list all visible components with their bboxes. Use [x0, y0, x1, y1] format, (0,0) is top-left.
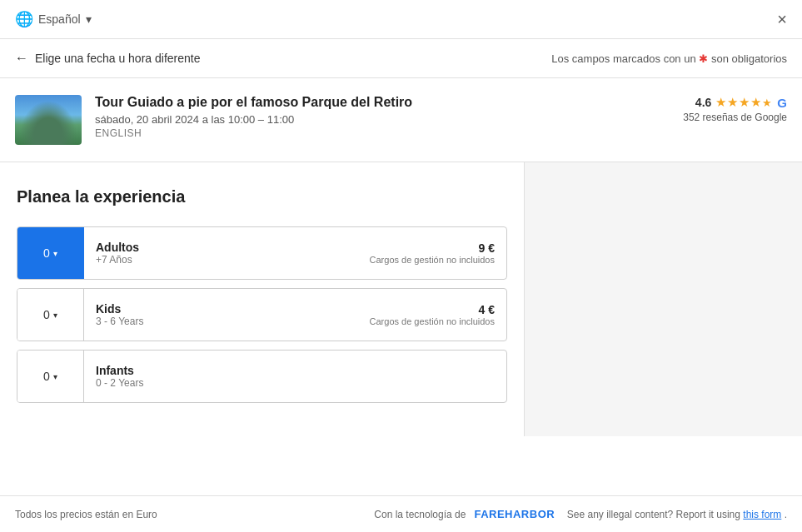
- infants-quantity-select[interactable]: 0 ▾: [17, 351, 84, 402]
- adults-quantity-value: 0: [43, 246, 50, 260]
- powered-prefix: Con la tecnología de FAREHARBOR: [374, 508, 555, 520]
- adults-name: Adultos: [96, 241, 358, 254]
- review-count: 352 reseñas de Google: [683, 112, 787, 123]
- kids-price-block: 4 € Cargos de gestión no incluidos: [370, 303, 506, 326]
- close-button[interactable]: ×: [777, 11, 787, 27]
- language-label: Español: [38, 12, 81, 26]
- adults-quantity-select[interactable]: 0 ▾: [17, 227, 84, 279]
- tour-info: Tour Guiado a pie por el famoso Parque d…: [0, 78, 802, 162]
- google-logo: G: [777, 96, 787, 110]
- tour-image: [15, 95, 82, 145]
- tour-language: ENGLISH: [95, 127, 412, 139]
- right-panel: [525, 162, 802, 436]
- infants-info: Infants 0 - 2 Years: [84, 355, 506, 397]
- report-text: See any illegal content? Report it using…: [567, 509, 787, 520]
- report-link[interactable]: this form: [743, 509, 781, 520]
- kids-info: Kids 3 - 6 Years: [84, 294, 370, 336]
- language-caret: ▾: [86, 12, 92, 26]
- main-content: Planea la experiencia 0 ▾ Adultos +7 Año…: [0, 162, 802, 436]
- infants-age: 0 - 2 Years: [96, 377, 495, 389]
- footer-left-text: Todos los precios están en Euro: [15, 509, 157, 520]
- kids-quantity-value: 0: [43, 308, 50, 321]
- tour-details: Tour Guiado a pie por el famoso Parque d…: [95, 95, 412, 139]
- stars-icon: ★★★★★: [715, 95, 773, 110]
- rating-row: 4.6 ★★★★★ G: [683, 95, 787, 110]
- globe-icon: 🌐: [15, 10, 33, 28]
- adults-price-block: 9 € Cargos de gestión no incluidos: [370, 241, 506, 265]
- ticket-row: 0 ▾ Kids 3 - 6 Years 4 € Cargos de gesti…: [17, 288, 507, 341]
- required-asterisk: ✱: [699, 52, 711, 65]
- infants-quantity-value: 0: [43, 370, 50, 383]
- rating-number: 4.6: [695, 96, 711, 109]
- tour-datetime: sábado, 20 abril 2024 a las 10:00 – 11:0…: [95, 113, 412, 126]
- back-text: Elige una fecha u hora diferente: [35, 52, 200, 65]
- fareharbor-brand: FAREHARBOR: [474, 508, 555, 520]
- adults-info: Adultos +7 Años: [84, 232, 370, 274]
- section-title: Planea la experiencia: [17, 187, 507, 206]
- back-arrow-icon: ←: [15, 51, 28, 66]
- tour-title: Tour Guiado a pie por el famoso Parque d…: [95, 95, 412, 110]
- footer-right: Con la tecnología de FAREHARBOR See any …: [374, 508, 787, 520]
- language-selector[interactable]: 🌐 Español ▾: [15, 10, 92, 28]
- top-bar: 🌐 Español ▾ ×: [0, 0, 802, 39]
- infants-name: Infants: [96, 364, 495, 377]
- required-note: Los campos marcados con un ✱ son obligat…: [551, 52, 787, 65]
- infants-caret-icon: ▾: [53, 372, 57, 381]
- back-link[interactable]: ← Elige una fecha u hora diferente: [15, 51, 200, 66]
- ticket-row: 0 ▾ Infants 0 - 2 Years: [17, 350, 507, 403]
- kids-quantity-select[interactable]: 0 ▾: [17, 289, 84, 341]
- tour-right: 4.6 ★★★★★ G 352 reseñas de Google: [683, 95, 787, 123]
- tour-left: Tour Guiado a pie por el famoso Parque d…: [15, 95, 412, 145]
- kids-name: Kids: [96, 302, 358, 316]
- kids-caret-icon: ▾: [53, 311, 57, 320]
- kids-price-note: Cargos de gestión no incluidos: [370, 316, 495, 326]
- footer: Todos los precios están en Euro Con la t…: [0, 495, 802, 532]
- adults-caret-icon: ▾: [53, 249, 57, 258]
- adults-age: +7 Años: [96, 254, 358, 266]
- kids-price: 4 €: [370, 303, 495, 316]
- breadcrumb-bar: ← Elige una fecha u hora diferente Los c…: [0, 39, 802, 78]
- left-panel: Planea la experiencia 0 ▾ Adultos +7 Año…: [0, 162, 525, 436]
- adults-price: 9 €: [370, 241, 495, 255]
- adults-price-note: Cargos de gestión no incluidos: [370, 255, 495, 265]
- kids-age: 3 - 6 Years: [96, 316, 358, 327]
- ticket-row: 0 ▾ Adultos +7 Años 9 € Cargos de gestió…: [17, 226, 507, 280]
